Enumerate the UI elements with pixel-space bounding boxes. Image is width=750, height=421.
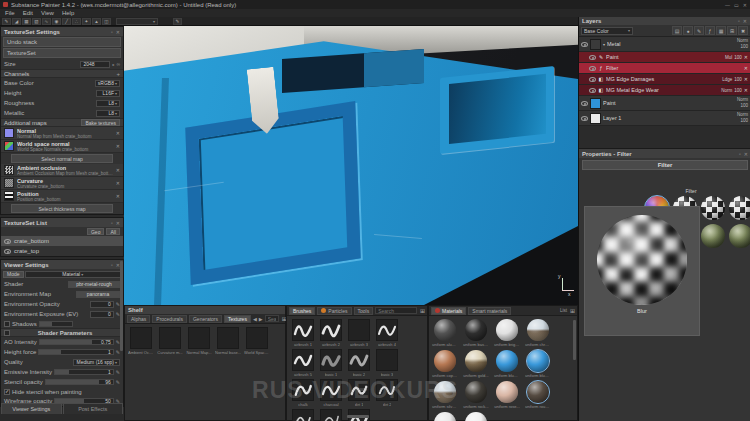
brushes-search-input[interactable] <box>375 307 417 314</box>
material-item[interactable]: uniform blue d... <box>494 350 520 378</box>
brush-item[interactable]: chalk <box>290 379 316 407</box>
panel-float-icon[interactable]: ▫ <box>111 220 113 226</box>
material-item[interactable]: uniform gold... <box>463 350 489 378</box>
select-thickness-map-button[interactable]: Select thickness map <box>11 204 113 213</box>
add-group-icon[interactable]: ▤ <box>672 26 682 35</box>
map-entry-normal[interactable]: Normal Normal Map from Mesh crate_bottom… <box>1 127 123 140</box>
textureset-item[interactable]: crate_bottom <box>1 236 123 246</box>
hide-stencil-checkbox[interactable]: ✓ <box>4 389 10 395</box>
shadows-slider[interactable] <box>39 321 73 327</box>
clone-tool-icon[interactable]: ◉ <box>52 18 61 25</box>
remove-effect-icon[interactable]: ✕ <box>744 76 748 82</box>
materials-scrollbar[interactable] <box>573 320 576 360</box>
symmetry-tool-icon[interactable]: ◫ <box>102 18 111 25</box>
remove-map-icon[interactable]: ✕ <box>116 143 120 149</box>
map-entry-curvature[interactable]: Curvature Curvature crate_bottom ✕ <box>1 177 123 190</box>
duplicate-layer-icon[interactable]: ⊞ <box>727 26 737 35</box>
filter-preset[interactable] <box>729 196 750 220</box>
filter-preset[interactable] <box>729 224 750 248</box>
layer-blend-mode[interactable]: Ldge <box>722 77 732 82</box>
tab-materials[interactable]: Materials <box>431 307 466 315</box>
visibility-eye-icon[interactable] <box>4 249 11 254</box>
panel-float-icon[interactable]: ▫ <box>739 151 741 157</box>
remove-map-icon[interactable]: ✕ <box>116 193 120 199</box>
viewer-settings-header[interactable]: Viewer Settings ▫✕ <box>1 260 123 269</box>
tool-preset-dropdown[interactable]: ▾ <box>116 18 158 25</box>
map-entry-wsn[interactable]: World space normal World Space Normals c… <box>1 140 123 153</box>
channel-format-dropdown[interactable]: L16F▾ <box>96 90 120 97</box>
material-item[interactable]: uniform rose... <box>494 381 520 409</box>
size-lock-icon[interactable]: ∞ <box>116 61 120 67</box>
brush-item[interactable]: airbrush 5 <box>290 349 316 377</box>
all-filter-button[interactable]: All <box>106 228 120 235</box>
material-item[interactable]: uniform white... <box>463 412 489 421</box>
panel-close-icon[interactable]: ✕ <box>744 151 748 157</box>
edit-pencil-icon[interactable]: ✎ <box>116 369 120 375</box>
mode-button[interactable]: Mode <box>3 271 24 278</box>
filter-slot-button[interactable]: Filter <box>582 160 748 170</box>
brush-item[interactable]: dirt 3 <box>290 409 316 421</box>
geometry-fill-tool-icon[interactable]: ▧ <box>32 18 41 25</box>
add-effect-icon[interactable]: ƒ <box>705 26 715 35</box>
select-normal-map-button[interactable]: Select normal map <box>11 154 113 163</box>
menu-view[interactable]: View <box>41 10 54 16</box>
visibility-eye-icon[interactable] <box>589 77 596 82</box>
visibility-eye-icon[interactable] <box>581 42 588 47</box>
remove-effect-icon[interactable]: ✕ <box>744 87 748 93</box>
layer-opacity[interactable]: 100 <box>740 44 748 50</box>
smudge-tool-icon[interactable]: ∿ <box>42 18 51 25</box>
menu-file[interactable]: File <box>5 10 15 16</box>
stencil-opacity-slider[interactable]: 96 <box>45 379 114 385</box>
tab-alphas[interactable]: Alphas <box>127 315 150 323</box>
tab-brushes[interactable]: Brushes <box>289 307 315 315</box>
shelf-item[interactable]: Ambient Occ... <box>128 327 154 355</box>
stencil-tool-icon[interactable]: ▲ <box>92 18 101 25</box>
brush-item[interactable]: charcoal <box>318 379 344 407</box>
channel-format-dropdown[interactable]: sRGB8▾ <box>95 80 120 87</box>
panel-float-icon[interactable]: ▫ <box>738 18 740 24</box>
maximize-button[interactable]: ▭ <box>734 2 739 8</box>
visibility-eye-icon[interactable] <box>589 55 596 60</box>
mode-value-dropdown[interactable]: Material▾ <box>25 271 121 278</box>
add-paint-layer-icon[interactable]: ✎ <box>694 26 704 35</box>
expand-caret-icon[interactable]: ▾ <box>603 42 605 47</box>
layer-blend-mode[interactable]: Mul <box>725 55 732 60</box>
layer-row-group[interactable]: ▾ Metal Norm100 <box>579 37 750 52</box>
shelf-search-input[interactable] <box>265 315 279 322</box>
menu-edit[interactable]: Edit <box>23 10 33 16</box>
material-item[interactable]: uniform chrom... <box>525 319 551 347</box>
remove-effect-icon[interactable]: ✕ <box>744 54 748 60</box>
brush-item[interactable]: basic 2 <box>346 349 372 377</box>
material-item[interactable]: uniform blue s... <box>525 350 551 378</box>
layer-opacity[interactable]: 100 <box>734 77 742 82</box>
visibility-eye-icon[interactable] <box>581 116 588 121</box>
layer-opacity[interactable]: 100 <box>734 88 742 93</box>
channel-format-dropdown[interactable]: L8▾ <box>96 110 120 117</box>
brushes-horizontal-scrollbar[interactable] <box>347 415 369 418</box>
material-item[interactable]: uniform alumi... <box>432 319 458 347</box>
brush-item[interactable]: dirt 1 <box>346 379 372 407</box>
stencil-pen-icon[interactable]: ✎ <box>173 18 182 25</box>
brush-item[interactable]: dirt 2 <box>374 379 400 407</box>
visibility-eye-icon[interactable] <box>589 88 596 93</box>
tabs-prev-icon[interactable]: ◀ <box>253 316 257 322</box>
undo-stack-button[interactable]: Undo stack <box>3 37 121 47</box>
textureset-list-header[interactable]: TextureSet List ▫✕ <box>1 218 123 227</box>
ao-intensity-slider[interactable]: 0.75 <box>39 339 114 345</box>
map-entry-position[interactable]: Position Position crate_bottom ✕ <box>1 190 123 203</box>
bake-textures-button[interactable]: Bake textures <box>81 119 120 126</box>
textureset-button[interactable]: TextureSet <box>3 48 121 58</box>
brush-item[interactable]: airbrush 1 <box>290 319 316 347</box>
erase-tool-icon[interactable]: ◢ <box>12 18 21 25</box>
projection-tool-icon[interactable]: ▦ <box>22 18 31 25</box>
viewport-3d[interactable]: y x <box>124 26 578 305</box>
panel-close-icon[interactable]: ✕ <box>116 29 120 35</box>
tab-viewer-settings[interactable]: Viewer Settings <box>1 403 62 414</box>
particles-tool-icon[interactable]: ∴ <box>72 18 81 25</box>
panel-close-icon[interactable]: ✕ <box>743 18 747 24</box>
material-item[interactable]: uniform silver... <box>432 381 458 409</box>
paint-tool-icon[interactable]: ✎ <box>2 18 11 25</box>
map-entry-ao[interactable]: Ambient occlusion Ambient Occlusion Map … <box>1 164 123 177</box>
textureset-settings-header[interactable]: TextureSet Settings ▫✕ <box>1 27 123 36</box>
layer-opacity[interactable]: 100 <box>734 55 742 60</box>
